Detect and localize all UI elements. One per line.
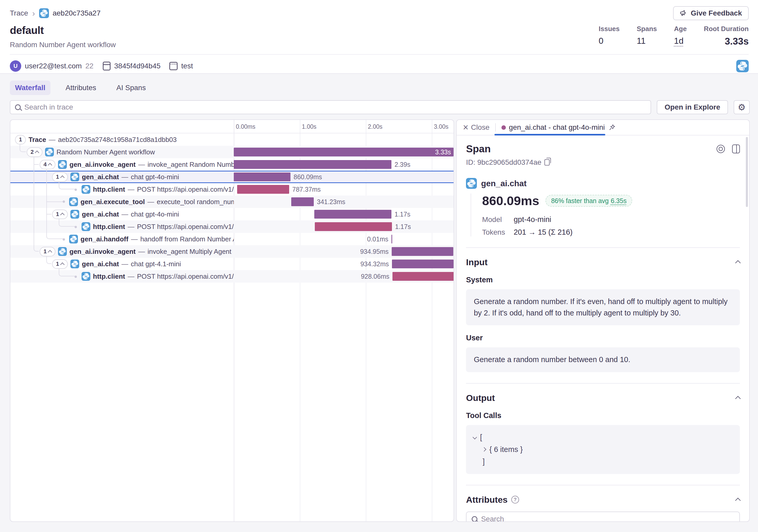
span-tree-cell: http.client—POST https://api.openai.com/…: [10, 183, 234, 195]
span-tree-cell: 1gen_ai.chat—chat gpt-4o-mini: [10, 208, 234, 220]
give-feedback-button[interactable]: Give Feedback: [673, 6, 749, 20]
span-row[interactable]: 1gen_ai.chat—chat gpt-4o-mini860.09ms: [10, 171, 454, 183]
duration-bar[interactable]: [393, 272, 454, 281]
child-count-pill[interactable]: 1: [40, 247, 55, 256]
span-row[interactable]: http.client—POST https://api.openai.com/…: [10, 183, 454, 195]
duration-bar[interactable]: [237, 185, 289, 194]
span-op: http.client: [93, 186, 125, 194]
dash-separator: —: [131, 235, 138, 243]
child-count-pill[interactable]: 1: [52, 259, 68, 269]
duration-label: 860.09ms: [293, 171, 322, 183]
child-count-pill[interactable]: 1: [52, 172, 68, 182]
duration-bar[interactable]: [392, 235, 392, 243]
python-icon: [70, 172, 79, 181]
span-row[interactable]: 1gen_ai.chat—chat gpt-4o-mini1.17s: [10, 208, 454, 220]
span-row[interactable]: 1gen_ai.invoke_agent—invoke_agent Multip…: [10, 245, 454, 258]
python-icon: [45, 148, 54, 157]
child-count-pill[interactable]: 1: [52, 210, 68, 219]
panels: 0.00ms1.00s2.00s3.00s 1Trace—aeb20c735a2…: [10, 120, 750, 522]
span-row[interactable]: http.client—POST https://api.openai.com/…: [10, 270, 454, 283]
collapse-output-icon[interactable]: [735, 396, 741, 401]
child-count-pill[interactable]: 4: [40, 160, 55, 169]
side-panel-icon[interactable]: [732, 145, 740, 153]
span-row[interactable]: 4gen_ai.invoke_agent—invoke_agent Random…: [10, 158, 454, 171]
child-count-pill[interactable]: 1: [15, 135, 26, 145]
python-icon: [58, 247, 67, 256]
help-icon[interactable]: ?: [511, 496, 519, 504]
python-icon: [466, 178, 477, 189]
span-tree-cell: 2Random Number Agent workflow: [10, 146, 234, 158]
detail-tab-bar: × Close gen_ai.chat - chat gpt-4o-mini: [457, 120, 749, 135]
megaphone-icon: [680, 9, 688, 17]
tab-ai-spans[interactable]: AI Spans: [111, 81, 151, 95]
span-tree-cell: 4gen_ai.invoke_agent—invoke_agent Random…: [10, 158, 234, 171]
span-row[interactable]: gen_ai.execute_tool—execute_tool random_…: [10, 195, 454, 208]
span-color-dot: [501, 125, 506, 130]
close-label[interactable]: Close: [471, 123, 490, 131]
stat-value: 0: [599, 36, 603, 46]
tab-attributes[interactable]: Attributes: [60, 81, 101, 95]
axis-tick: 2.00s: [368, 123, 382, 130]
axis-tick: 0.00ms: [236, 123, 255, 130]
span-description: chat gpt-4o-mini: [131, 173, 179, 181]
tokens-value: 201 → 15 (Σ 216): [514, 228, 573, 236]
dash-separator: —: [49, 136, 55, 144]
span-bar-cell: 928.06ms: [234, 270, 454, 283]
focus-span-icon[interactable]: [717, 145, 725, 153]
expand-array-icon[interactable]: [473, 435, 477, 440]
duration-bar[interactable]: [234, 160, 392, 169]
stat-value[interactable]: 1d: [674, 36, 684, 46]
tokens-label: Tokens: [482, 228, 514, 236]
dash-separator: —: [128, 223, 134, 231]
pin-icon[interactable]: [608, 124, 616, 131]
environment-name[interactable]: test: [181, 62, 193, 70]
span-tree-cell: 1Trace—aeb20c735a2748c1958a71cd8a1dbb03: [10, 133, 234, 146]
badge-avg-value[interactable]: 6.35s: [611, 197, 627, 205]
settings-button[interactable]: ⚙: [734, 100, 750, 114]
copy-icon[interactable]: [544, 159, 550, 165]
duration-bar[interactable]: [291, 197, 314, 206]
duration-bar[interactable]: [314, 210, 392, 219]
pill-count: 1: [56, 173, 59, 180]
pill-count: 1: [56, 211, 59, 218]
span-row[interactable]: 1gen_ai.chat—chat gpt-4.1-mini934.32ms: [10, 258, 454, 270]
span-bar-cell: 3.33s: [234, 146, 454, 158]
detail-tab-label[interactable]: gen_ai.chat - chat gpt-4o-mini: [509, 123, 605, 131]
detail-scrollbar[interactable]: [746, 137, 748, 207]
span-row[interactable]: 1Trace—aeb20c735a2748c1958a71cd8a1dbb03: [10, 133, 454, 146]
tab-waterfall[interactable]: Waterfall: [10, 81, 51, 95]
json-object-summary[interactable]: { 6 items }: [489, 445, 523, 454]
duration-bar[interactable]: [392, 260, 454, 268]
dash-separator: —: [138, 248, 145, 256]
span-row[interactable]: http.client—POST https://api.openai.com/…: [10, 220, 454, 233]
span-row[interactable]: gen_ai.handoff—handoff from Random Numbe…: [10, 233, 454, 245]
pill-count: 1: [19, 136, 22, 143]
duration-bar[interactable]: [234, 172, 291, 181]
chevron-right-icon: ›: [32, 9, 35, 18]
open-in-explore-button[interactable]: Open in Explore: [657, 100, 728, 114]
stat-label: Root Duration: [704, 25, 749, 33]
breadcrumb-trace-link[interactable]: Trace: [10, 9, 28, 18]
trace-search-input[interactable]: [24, 103, 646, 111]
expand-object-icon[interactable]: [482, 447, 486, 452]
user-email[interactable]: user22@test.com: [25, 62, 82, 70]
span-tree-cell: 1gen_ai.invoke_agent—invoke_agent Multip…: [10, 245, 234, 258]
stat-value: 11: [637, 36, 646, 46]
span-row[interactable]: 2Random Number Agent workflow3.33s: [10, 146, 454, 158]
tab-divider: [495, 123, 496, 131]
duration-label: 934.32ms: [361, 258, 389, 270]
duration-bar[interactable]: [315, 222, 392, 231]
environment-icon: [169, 62, 178, 70]
duration-bar[interactable]: [392, 247, 453, 256]
collapse-attributes-icon[interactable]: [735, 498, 741, 503]
json-open-bracket: [: [480, 433, 482, 442]
collapse-input-icon[interactable]: [735, 260, 741, 266]
dash-separator: —: [121, 260, 128, 268]
close-icon[interactable]: ×: [463, 123, 468, 132]
span-description: POST https://api.openai.com/v1/resp: [137, 272, 234, 280]
attributes-search-input[interactable]: [481, 515, 734, 522]
duration-bar[interactable]: 3.33s: [234, 148, 454, 157]
child-count-pill[interactable]: 2: [27, 147, 43, 157]
release-id[interactable]: 3845f4d94b45: [114, 62, 160, 70]
give-feedback-label: Give Feedback: [691, 9, 742, 18]
